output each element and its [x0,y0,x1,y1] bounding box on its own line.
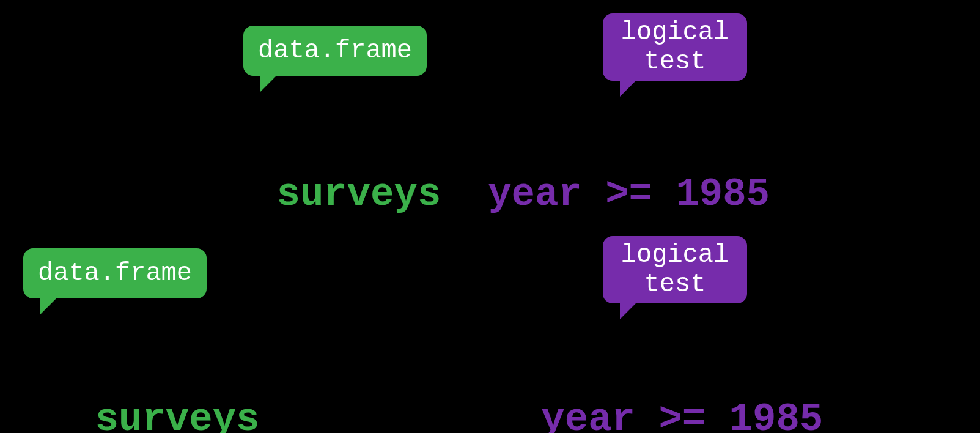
speech-bubble-logical-test-2: logical test [603,236,747,303]
bubble-label: logical test [621,18,729,77]
bubble-label: data.frame [38,259,192,288]
bubble-label: logical test [621,240,729,300]
tok-condition: year >= 1985 [541,398,823,433]
tok-close-paren: ) [770,172,793,216]
tok-close-paren: ) [823,398,846,433]
tok-comma: , [441,172,488,216]
speech-bubble-dataframe-2: data.frame [23,248,207,298]
tok-pipe-filter: %>% filter( [259,398,541,433]
diagram-stage: data.frame logical test filter(surveys, … [0,0,980,433]
speech-bubble-logical-test-1: logical test [603,13,747,81]
tok-condition: year >= 1985 [488,172,770,216]
speech-bubble-dataframe-1: data.frame [243,26,427,76]
tok-dataframe-pipe: surveys [95,398,260,433]
code-line-pipe-filter: surveys %>% filter(year >= 1985) [1,361,847,433]
bubble-label: data.frame [258,36,412,65]
tok-dataframe-arg: surveys [276,172,441,216]
tok-filter-open: filter( [112,172,277,216]
